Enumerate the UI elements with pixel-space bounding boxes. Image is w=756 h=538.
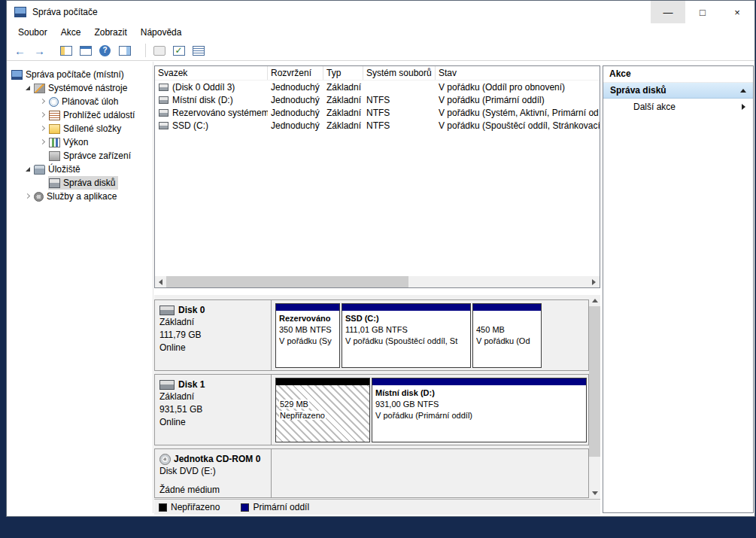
disk-row-disk0: Disk 0 Základní 111,79 GB Online Rezervo…	[154, 299, 589, 371]
expander-placeholder	[39, 152, 47, 160]
expander-closed-icon[interactable]	[24, 193, 32, 201]
expander-open-icon[interactable]	[24, 84, 32, 93]
cdrom-info-box[interactable]: Jednotka CD-ROM 0 Disk DVD (E:) Žádné mé…	[155, 449, 272, 497]
actions-section-disk-management[interactable]: Správa disků	[603, 82, 753, 99]
volume-row-mistni-disk-d[interactable]: Místní disk (D:) Jednoduchý Základní NTF…	[155, 93, 600, 106]
partition-recovery[interactable]: 450 MB V pořádku (Od	[472, 303, 542, 368]
help-button[interactable]	[96, 42, 114, 59]
actions-more-actions[interactable]: Další akce	[603, 99, 753, 115]
list-icon	[193, 46, 205, 56]
computer-management-window: Správa počítače — □ × Soubor Akce Zobraz…	[6, 0, 755, 517]
column-header-stav[interactable]: Stav	[436, 66, 600, 80]
titlebar: Správa počítače — □ ×	[7, 1, 754, 23]
back-button[interactable]: ←	[11, 42, 29, 59]
disk-icon	[159, 305, 175, 315]
column-header-typ[interactable]: Typ	[323, 66, 363, 80]
disk-graphical-view: Disk 0 Základní 111,79 GB Online Rezervo…	[154, 295, 600, 515]
volume-icon	[159, 96, 169, 104]
disk-row-cdrom0: Jednotka CD-ROM 0 Disk DVD (E:) Žádné mé…	[154, 448, 589, 498]
minimize-button[interactable]: —	[651, 1, 685, 23]
primary-partition-strip	[372, 378, 586, 385]
window-title: Správa počítače	[32, 7, 98, 17]
tree-item-services-applications[interactable]: Služby a aplikace	[7, 190, 153, 203]
tree-item-task-scheduler[interactable]: Plánovač úloh	[7, 95, 153, 108]
expander-open-icon[interactable]	[24, 166, 32, 174]
toolbar: ← →	[7, 41, 754, 61]
scroll-left-button[interactable]	[155, 276, 166, 287]
partition-unallocated[interactable]: 529 MB Nepřiřazeno	[275, 378, 370, 442]
tree-item-disk-management[interactable]: Správa disků	[7, 176, 153, 190]
tree-item-event-viewer[interactable]: Prohlížeč událostí	[7, 108, 153, 122]
column-header-rozvrzeni[interactable]: Rozvržení	[268, 66, 323, 80]
computer-icon	[11, 70, 23, 80]
forward-button[interactable]: →	[30, 42, 49, 59]
unallocated-swatch	[159, 503, 167, 512]
tree-item-storage[interactable]: Úložiště	[7, 163, 153, 176]
maximize-button[interactable]: □	[685, 1, 720, 23]
tools-icon	[34, 84, 45, 93]
scroll-right-button[interactable]	[588, 276, 600, 287]
disk0-info-box[interactable]: Disk 0 Základní 111,79 GB Online	[155, 300, 272, 370]
partition-ssd-c[interactable]: SSD (C:) 111,01 GB NTFS V pořádku (Spouš…	[342, 303, 471, 368]
volume-icon	[159, 109, 169, 117]
horizontal-scrollbar[interactable]	[155, 276, 600, 287]
scroll-down-button[interactable]	[589, 488, 600, 499]
new-window-button[interactable]	[76, 42, 95, 59]
expander-closed-icon[interactable]	[39, 138, 47, 147]
volume-icon	[159, 84, 169, 91]
volume-row-rezervovano-systemem[interactable]: Rezervováno systémem Jednoduchý Základní…	[155, 106, 600, 119]
dialog-button[interactable]	[150, 42, 169, 59]
volume-list-header: Svazek Rozvržení Typ Systém souborů Stav	[155, 66, 600, 81]
expander-closed-icon[interactable]	[39, 111, 47, 120]
list-view-button[interactable]	[189, 42, 208, 59]
performance-icon	[49, 138, 60, 147]
partition-mistni-disk-d[interactable]: Místní disk (D:) 931,00 GB NTFS V pořádk…	[372, 378, 587, 442]
column-header-system-souboru[interactable]: Systém souborů	[363, 66, 436, 80]
menu-napoveda[interactable]: Nápověda	[134, 27, 189, 38]
volume-row-ssd-c[interactable]: SSD (C:) Jednoduchý Základní NTFS V pořá…	[155, 119, 600, 132]
partition-system-reserved[interactable]: Rezervováno 350 MB NTFS V pořádku (Sy	[275, 303, 340, 368]
device-manager-icon	[49, 151, 60, 161]
expander-closed-icon[interactable]	[39, 98, 47, 106]
show-action-pane-button[interactable]	[115, 42, 134, 59]
action-pane-icon	[119, 46, 131, 56]
disk-management-icon	[49, 178, 60, 188]
disk1-info-box[interactable]: Disk 1 Základní 931,51 GB Online	[155, 375, 272, 445]
tree-item-shared-folders[interactable]: Sdílené složky	[7, 122, 153, 135]
caption-buttons: — □ ×	[651, 1, 754, 23]
menu-akce[interactable]: Akce	[54, 27, 88, 38]
tree-item-computer-management[interactable]: Správa počítače (místní)	[7, 68, 153, 81]
tree-item-performance[interactable]: Výkon	[7, 135, 153, 149]
volume-list: Svazek Rozvržení Typ Systém souborů Stav…	[154, 65, 600, 288]
primary-partition-strip	[276, 304, 339, 311]
toolbar-separator	[145, 44, 146, 57]
volume-icon	[159, 122, 169, 129]
scroll-up-button[interactable]	[589, 295, 600, 306]
expander-closed-icon[interactable]	[39, 125, 47, 133]
tree-item-system-tools[interactable]: Systémové nástroje	[7, 81, 153, 95]
console-tree: Správa počítače (místní) Systémové nástr…	[7, 62, 153, 513]
collapse-icon[interactable]	[740, 89, 746, 93]
menu-soubor[interactable]: Soubor	[11, 27, 54, 38]
menu-zobrazit[interactable]: Zobrazit	[87, 27, 133, 38]
horizontal-scrollbar-thumb[interactable]	[166, 276, 408, 287]
legend-unallocated: Nepřiřazeno	[159, 502, 220, 512]
close-button[interactable]: ×	[720, 1, 754, 23]
help-icon	[99, 45, 111, 56]
show-console-tree-button[interactable]	[56, 42, 75, 59]
console-tree-icon	[60, 46, 72, 56]
tree-item-device-manager[interactable]: Správce zařízení	[7, 149, 153, 163]
check-button[interactable]	[169, 42, 188, 59]
submenu-arrow-icon	[742, 104, 745, 110]
primary-partition-strip	[342, 304, 470, 311]
disk-row-disk1: Disk 1 Základní 931,51 GB Online 529 MB …	[154, 374, 589, 445]
column-header-svazek[interactable]: Svazek	[155, 66, 268, 80]
actions-pane: Akce Správa disků Další akce	[603, 65, 754, 513]
app-icon	[14, 7, 26, 17]
volume-row-disk0-oddil3[interactable]: (Disk 0 Oddíl 3) Jednoduchý Základní V p…	[155, 81, 600, 93]
vertical-scrollbar[interactable]	[589, 295, 600, 499]
primary-partition-strip	[473, 304, 541, 311]
storage-icon	[34, 165, 45, 175]
vertical-scrollbar-thumb[interactable]	[589, 306, 600, 457]
services-icon	[34, 192, 44, 202]
